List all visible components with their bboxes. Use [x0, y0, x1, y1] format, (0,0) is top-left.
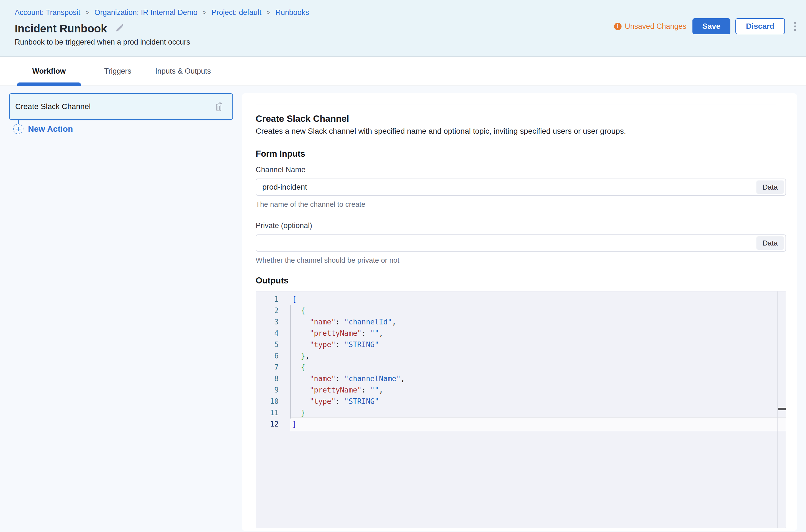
page-subtitle: Runbook to be triggered when a prod inci… [15, 38, 806, 47]
breadcrumb-organization[interactable]: Organization: IR Internal Demo [94, 8, 198, 17]
discard-button[interactable]: Discard [735, 18, 785, 34]
private-data-button[interactable]: Data [756, 236, 784, 250]
line-number: 6 [256, 350, 280, 362]
line-number: 1 [256, 294, 280, 305]
breadcrumb-runbooks[interactable]: Runbooks [275, 8, 309, 17]
chevron-right-icon: > [267, 8, 271, 17]
breadcrumb-account[interactable]: Account: Transposit [15, 8, 80, 17]
code-line: 8 "name": "channelName", [256, 373, 786, 384]
breadcrumb: Account: Transposit > Organization: IR I… [15, 8, 806, 17]
outputs-heading: Outputs [256, 276, 786, 286]
page-header: Account: Transposit > Organization: IR I… [0, 0, 806, 57]
delete-step-button[interactable] [214, 101, 224, 112]
header-actions: ! Unsaved Changes Save Discard [614, 18, 798, 34]
pencil-icon [114, 23, 124, 34]
breadcrumb-project[interactable]: Project: default [212, 8, 261, 17]
private-label: Private (optional) [256, 222, 786, 230]
private-input[interactable] [256, 234, 786, 252]
workflow-steps-panel: Create Slack Channel + New Action [9, 93, 233, 134]
tab-inputs-outputs[interactable]: Inputs & Outputs [146, 67, 220, 76]
line-number: 9 [256, 384, 280, 396]
channel-name-field-wrap: Data [256, 178, 786, 196]
chevron-right-icon: > [202, 8, 207, 17]
code-line: 3 "name": "channelId", [256, 316, 786, 328]
code-line: 11 } [256, 407, 786, 419]
channel-name-helper: The name of the channel to create [256, 200, 786, 209]
code-line: 1[ [256, 294, 786, 305]
tab-bar: Workflow Triggers Inputs & Outputs [0, 57, 806, 86]
action-title: Create Slack Channel [256, 113, 786, 124]
editor-scrollbar-thumb[interactable] [778, 408, 786, 410]
code-line: 2 { [256, 305, 786, 316]
channel-name-input[interactable] [256, 178, 786, 196]
line-number: 2 [256, 305, 280, 316]
code-line: 7 { [256, 362, 786, 373]
kebab-menu-icon[interactable] [792, 22, 798, 31]
workflow-step-card[interactable]: Create Slack Channel [9, 93, 233, 120]
step-label: Create Slack Channel [15, 102, 214, 111]
divider [256, 104, 776, 105]
line-number: 10 [256, 396, 280, 407]
outputs-code-editor[interactable]: 1[2 {3 "name": "channelId",4 "prettyName… [256, 291, 786, 528]
content-area: Create Slack Channel + New Action Create… [0, 86, 806, 532]
step-connector-line [18, 120, 19, 124]
trash-icon [214, 101, 224, 112]
line-number: 12 [256, 419, 280, 430]
warning-icon: ! [614, 23, 622, 30]
action-description: Creates a new Slack channel with specifi… [256, 126, 786, 136]
unsaved-changes-badge: ! Unsaved Changes [614, 22, 686, 31]
code-line: 5 "type": "STRING" [256, 339, 786, 350]
plus-icon: + [13, 124, 23, 134]
line-number: 7 [256, 362, 280, 373]
code-line: 9 "prettyName": "", [256, 384, 786, 396]
new-action-button[interactable]: + New Action [13, 124, 73, 134]
edit-title-button[interactable] [114, 23, 124, 34]
form-inputs-heading: Form Inputs [256, 149, 786, 159]
code-line: 12] [256, 419, 786, 430]
code-line: 10 "type": "STRING" [256, 396, 786, 407]
tab-triggers[interactable]: Triggers [97, 67, 139, 76]
code-line: 6 }, [256, 350, 786, 362]
action-detail-panel: Create Slack Channel Creates a new Slack… [242, 93, 797, 531]
line-number: 5 [256, 339, 280, 350]
code-line: 4 "prettyName": "", [256, 328, 786, 339]
page-title: Incident Runbook [15, 22, 107, 35]
line-number: 8 [256, 373, 280, 384]
save-button[interactable]: Save [693, 18, 730, 34]
line-number: 11 [256, 407, 280, 419]
chevron-right-icon: > [85, 8, 90, 17]
unsaved-changes-label: Unsaved Changes [625, 22, 686, 31]
channel-name-label: Channel Name [256, 166, 786, 174]
tab-workflow[interactable]: Workflow [17, 67, 81, 76]
line-number: 3 [256, 316, 280, 328]
private-helper: Whether the channel should be private or… [256, 256, 786, 265]
active-tab-indicator [17, 82, 81, 86]
new-action-label: New Action [28, 124, 73, 134]
channel-name-data-button[interactable]: Data [756, 180, 784, 194]
line-number: 4 [256, 328, 280, 339]
private-field-wrap: Data [256, 234, 786, 252]
